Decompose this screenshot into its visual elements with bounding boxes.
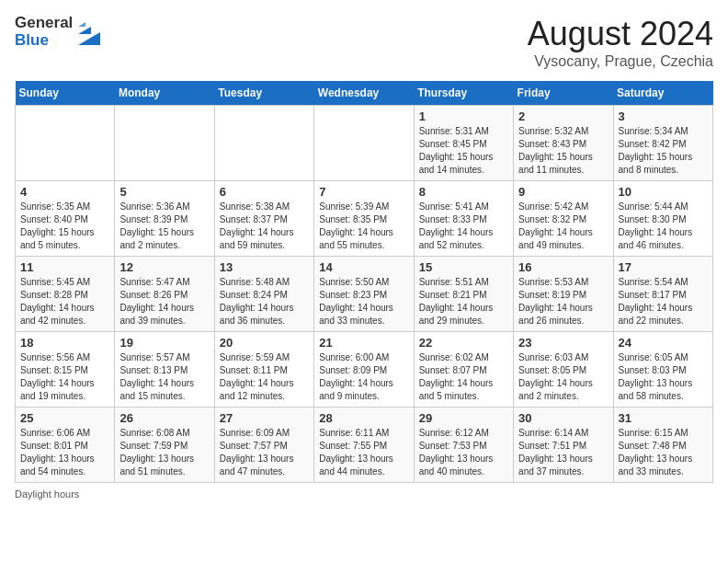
title-block: August 2024 Vysocany, Prague, Czechia — [528, 15, 713, 70]
calendar-table: SundayMondayTuesdayWednesdayThursdayFrid… — [15, 81, 713, 483]
week-row-3: 11Sunrise: 5:45 AM Sunset: 8:28 PM Dayli… — [16, 257, 713, 332]
day-number: 5 — [119, 185, 209, 199]
day-cell: 10Sunrise: 5:44 AM Sunset: 8:30 PM Dayli… — [613, 181, 712, 257]
weekday-thursday: Thursday — [414, 81, 513, 106]
day-cell: 14Sunrise: 5:50 AM Sunset: 8:23 PM Dayli… — [314, 257, 414, 332]
day-number: 13 — [220, 260, 309, 274]
logo: General Blue — [15, 15, 104, 49]
day-number: 14 — [319, 260, 408, 274]
day-cell: 15Sunrise: 5:51 AM Sunset: 8:21 PM Dayli… — [414, 257, 513, 332]
day-cell: 7Sunrise: 5:39 AM Sunset: 8:35 PM Daylig… — [314, 181, 414, 257]
weekday-tuesday: Tuesday — [214, 81, 313, 106]
day-cell — [214, 106, 313, 181]
day-cell: 12Sunrise: 5:47 AM Sunset: 8:26 PM Dayli… — [115, 257, 214, 332]
day-info: Sunrise: 6:06 AM Sunset: 8:01 PM Dayligh… — [20, 427, 109, 478]
day-cell: 30Sunrise: 6:14 AM Sunset: 7:51 PM Dayli… — [514, 408, 613, 483]
day-info: Sunrise: 5:59 AM Sunset: 8:11 PM Dayligh… — [220, 351, 309, 403]
day-cell: 28Sunrise: 6:11 AM Sunset: 7:55 PM Dayli… — [314, 408, 414, 483]
day-cell: 19Sunrise: 5:57 AM Sunset: 8:13 PM Dayli… — [115, 332, 214, 408]
week-row-5: 25Sunrise: 6:06 AM Sunset: 8:01 PM Dayli… — [16, 408, 713, 483]
day-cell: 25Sunrise: 6:06 AM Sunset: 8:01 PM Dayli… — [16, 408, 115, 483]
day-number: 7 — [319, 185, 408, 199]
day-info: Sunrise: 5:39 AM Sunset: 8:35 PM Dayligh… — [319, 201, 408, 252]
day-info: Sunrise: 5:57 AM Sunset: 8:13 PM Dayligh… — [119, 351, 209, 403]
day-cell: 18Sunrise: 5:56 AM Sunset: 8:15 PM Dayli… — [16, 332, 115, 408]
day-info: Sunrise: 5:50 AM Sunset: 8:23 PM Dayligh… — [319, 276, 408, 327]
day-info: Sunrise: 5:36 AM Sunset: 8:39 PM Dayligh… — [119, 201, 209, 252]
day-cell: 23Sunrise: 6:03 AM Sunset: 8:05 PM Dayli… — [514, 332, 613, 408]
day-cell: 27Sunrise: 6:09 AM Sunset: 7:57 PM Dayli… — [214, 408, 313, 483]
day-info: Sunrise: 5:35 AM Sunset: 8:40 PM Dayligh… — [20, 201, 109, 252]
day-number: 27 — [220, 411, 309, 425]
day-cell — [115, 106, 214, 181]
day-cell — [16, 106, 115, 181]
month-year: August 2024 — [528, 15, 713, 53]
footer: Daylight hours — [15, 488, 713, 500]
day-cell: 3Sunrise: 5:34 AM Sunset: 8:42 PM Daylig… — [613, 106, 712, 181]
day-number: 6 — [220, 185, 309, 199]
day-info: Sunrise: 5:41 AM Sunset: 8:33 PM Dayligh… — [419, 201, 508, 252]
day-cell: 13Sunrise: 5:48 AM Sunset: 8:24 PM Dayli… — [214, 257, 313, 332]
day-number: 22 — [419, 336, 508, 350]
day-cell: 2Sunrise: 5:32 AM Sunset: 8:43 PM Daylig… — [514, 106, 613, 181]
day-info: Sunrise: 5:31 AM Sunset: 8:45 PM Dayligh… — [419, 125, 508, 177]
day-number: 11 — [20, 260, 109, 274]
day-number: 29 — [419, 411, 508, 425]
day-info: Sunrise: 6:12 AM Sunset: 7:53 PM Dayligh… — [419, 427, 508, 478]
day-number: 20 — [220, 336, 309, 350]
day-number: 4 — [20, 185, 109, 199]
calendar-body: 1Sunrise: 5:31 AM Sunset: 8:45 PM Daylig… — [16, 106, 713, 483]
day-cell: 22Sunrise: 6:02 AM Sunset: 8:07 PM Dayli… — [414, 332, 513, 408]
weekday-monday: Monday — [115, 81, 214, 106]
weekday-sunday: Sunday — [16, 81, 115, 106]
day-info: Sunrise: 6:02 AM Sunset: 8:07 PM Dayligh… — [419, 351, 508, 403]
svg-marker-1 — [78, 27, 91, 34]
day-info: Sunrise: 6:11 AM Sunset: 7:55 PM Dayligh… — [319, 427, 408, 478]
day-info: Sunrise: 5:42 AM Sunset: 8:32 PM Dayligh… — [518, 201, 608, 252]
day-info: Sunrise: 5:56 AM Sunset: 8:15 PM Dayligh… — [20, 351, 109, 403]
day-number: 2 — [518, 109, 608, 123]
day-info: Sunrise: 5:51 AM Sunset: 8:21 PM Dayligh… — [419, 276, 508, 327]
logo-general: General — [15, 15, 73, 32]
day-number: 17 — [619, 260, 708, 274]
day-cell: 9Sunrise: 5:42 AM Sunset: 8:32 PM Daylig… — [514, 181, 613, 257]
day-cell: 29Sunrise: 6:12 AM Sunset: 7:53 PM Dayli… — [414, 408, 513, 483]
day-number: 9 — [518, 185, 608, 199]
weekday-saturday: Saturday — [613, 81, 712, 106]
day-number: 23 — [518, 336, 608, 350]
day-cell: 5Sunrise: 5:36 AM Sunset: 8:39 PM Daylig… — [115, 181, 214, 257]
day-number: 25 — [20, 411, 109, 425]
day-number: 15 — [419, 260, 508, 274]
day-info: Sunrise: 6:08 AM Sunset: 7:59 PM Dayligh… — [119, 427, 209, 478]
day-cell: 21Sunrise: 6:00 AM Sunset: 8:09 PM Dayli… — [314, 332, 414, 408]
day-number: 24 — [619, 336, 708, 350]
day-number: 18 — [20, 336, 109, 350]
day-info: Sunrise: 5:53 AM Sunset: 8:19 PM Dayligh… — [518, 276, 608, 327]
logo-icon — [74, 16, 104, 49]
weekday-wednesday: Wednesday — [314, 81, 414, 106]
day-number: 31 — [619, 411, 708, 425]
day-info: Sunrise: 5:44 AM Sunset: 8:30 PM Dayligh… — [619, 201, 708, 252]
day-info: Sunrise: 6:05 AM Sunset: 8:03 PM Dayligh… — [619, 351, 708, 403]
day-info: Sunrise: 5:38 AM Sunset: 8:37 PM Dayligh… — [220, 201, 309, 252]
day-number: 26 — [119, 411, 209, 425]
page-header: General Blue August 2024 Vysocany, Pragu… — [15, 15, 713, 70]
day-number: 10 — [619, 185, 708, 199]
day-cell: 31Sunrise: 6:15 AM Sunset: 7:48 PM Dayli… — [613, 408, 712, 483]
day-number: 19 — [119, 336, 209, 350]
day-cell: 16Sunrise: 5:53 AM Sunset: 8:19 PM Dayli… — [514, 257, 613, 332]
day-number: 1 — [419, 109, 508, 123]
weekday-friday: Friday — [514, 81, 613, 106]
day-info: Sunrise: 6:15 AM Sunset: 7:48 PM Dayligh… — [619, 427, 708, 478]
svg-marker-0 — [78, 32, 100, 45]
svg-marker-2 — [78, 22, 85, 27]
day-number: 3 — [619, 109, 708, 123]
day-info: Sunrise: 6:00 AM Sunset: 8:09 PM Dayligh… — [319, 351, 408, 403]
footer-text: Daylight hours — [15, 488, 79, 500]
day-cell: 1Sunrise: 5:31 AM Sunset: 8:45 PM Daylig… — [414, 106, 513, 181]
day-cell: 6Sunrise: 5:38 AM Sunset: 8:37 PM Daylig… — [214, 181, 313, 257]
week-row-1: 1Sunrise: 5:31 AM Sunset: 8:45 PM Daylig… — [16, 106, 713, 181]
day-number: 16 — [518, 260, 608, 274]
day-cell: 24Sunrise: 6:05 AM Sunset: 8:03 PM Dayli… — [613, 332, 712, 408]
week-row-2: 4Sunrise: 5:35 AM Sunset: 8:40 PM Daylig… — [16, 181, 713, 257]
